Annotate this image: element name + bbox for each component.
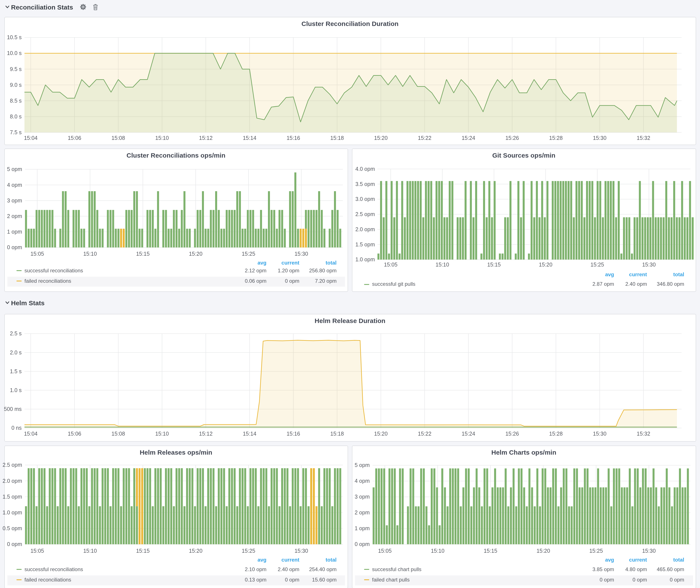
svg-text:15:20: 15:20 <box>189 251 202 257</box>
svg-text:2.0 opm: 2.0 opm <box>355 226 375 232</box>
svg-text:4 opm: 4 opm <box>7 182 22 188</box>
svg-text:15:10: 15:10 <box>435 262 449 268</box>
svg-text:3 opm: 3 opm <box>355 493 369 499</box>
svg-text:15:12: 15:12 <box>199 135 213 141</box>
svg-text:5 opm: 5 opm <box>355 462 369 468</box>
svg-text:15:04: 15:04 <box>24 431 37 437</box>
svg-text:2.0 s: 2.0 s <box>10 349 21 355</box>
svg-text:15:05: 15:05 <box>30 548 44 554</box>
svg-text:15:25: 15:25 <box>242 548 255 554</box>
svg-text:2.5 opm: 2.5 opm <box>2 462 22 468</box>
svg-text:15:14: 15:14 <box>243 135 256 141</box>
svg-text:15:30: 15:30 <box>642 262 656 268</box>
svg-text:1.0 opm: 1.0 opm <box>355 256 375 262</box>
svg-text:15:24: 15:24 <box>461 135 475 141</box>
svg-text:15:04: 15:04 <box>24 135 37 141</box>
svg-text:3.5 opm: 3.5 opm <box>355 181 375 187</box>
svg-text:2 opm: 2 opm <box>355 509 369 515</box>
svg-text:15:05: 15:05 <box>384 262 397 268</box>
svg-text:9.5 s: 9.5 s <box>10 66 21 72</box>
svg-text:15:16: 15:16 <box>286 135 300 141</box>
svg-text:0 opm: 0 opm <box>7 244 22 250</box>
svg-text:15:06: 15:06 <box>68 135 81 141</box>
svg-text:9.0 s: 9.0 s <box>10 82 21 88</box>
svg-text:15:10: 15:10 <box>155 135 169 141</box>
svg-text:2.5 s: 2.5 s <box>10 330 21 336</box>
svg-text:2.0 opm: 2.0 opm <box>2 478 22 484</box>
svg-text:15:26: 15:26 <box>505 135 519 141</box>
svg-text:3 opm: 3 opm <box>7 197 22 204</box>
svg-text:0 opm: 0 opm <box>7 541 22 547</box>
svg-text:2 opm: 2 opm <box>7 213 22 219</box>
svg-text:2.5 opm: 2.5 opm <box>355 211 375 217</box>
svg-text:15:20: 15:20 <box>536 548 550 554</box>
svg-text:15:12: 15:12 <box>199 431 213 437</box>
svg-text:0.5 opm: 0.5 opm <box>2 525 22 531</box>
svg-text:15:15: 15:15 <box>487 262 501 268</box>
svg-text:15:30: 15:30 <box>294 251 308 257</box>
svg-text:15:32: 15:32 <box>637 431 650 437</box>
svg-text:4.0 opm: 4.0 opm <box>355 166 375 172</box>
svg-text:1.5 opm: 1.5 opm <box>355 241 375 247</box>
svg-text:15:18: 15:18 <box>330 135 344 141</box>
svg-text:15:28: 15:28 <box>549 431 563 437</box>
svg-text:8.5 s: 8.5 s <box>10 98 21 104</box>
svg-text:15:20: 15:20 <box>189 548 202 554</box>
svg-text:15:25: 15:25 <box>590 262 604 268</box>
svg-text:15:10: 15:10 <box>431 548 444 554</box>
svg-text:15:16: 15:16 <box>286 431 300 437</box>
svg-text:1.5 opm: 1.5 opm <box>2 493 22 499</box>
svg-text:15:30: 15:30 <box>593 431 606 437</box>
svg-text:15:15: 15:15 <box>136 251 150 257</box>
svg-text:15:25: 15:25 <box>589 548 603 554</box>
svg-text:15:15: 15:15 <box>484 548 497 554</box>
svg-text:15:10: 15:10 <box>83 548 97 554</box>
svg-text:15:18: 15:18 <box>330 431 344 437</box>
svg-text:15:15: 15:15 <box>136 548 150 554</box>
svg-text:4 opm: 4 opm <box>355 478 369 484</box>
svg-text:1 opm: 1 opm <box>7 229 22 235</box>
svg-text:1.0 opm: 1.0 opm <box>2 509 22 515</box>
svg-text:1.0 s: 1.0 s <box>10 387 21 393</box>
svg-text:0 opm: 0 opm <box>355 541 369 547</box>
svg-text:15:32: 15:32 <box>637 135 650 141</box>
svg-text:5 opm: 5 opm <box>7 166 22 172</box>
svg-text:15:06: 15:06 <box>68 431 81 437</box>
svg-text:15:08: 15:08 <box>111 431 125 437</box>
svg-text:3.0 opm: 3.0 opm <box>355 196 375 202</box>
svg-text:15:20: 15:20 <box>374 135 387 141</box>
svg-text:15:05: 15:05 <box>30 251 44 257</box>
svg-text:15:25: 15:25 <box>242 251 255 257</box>
svg-text:10.0 s: 10.0 s <box>7 50 21 56</box>
svg-text:15:20: 15:20 <box>539 262 552 268</box>
svg-text:15:26: 15:26 <box>505 431 519 437</box>
svg-text:15:22: 15:22 <box>418 431 431 437</box>
svg-text:15:24: 15:24 <box>461 431 475 437</box>
svg-text:15:30: 15:30 <box>294 548 308 554</box>
svg-text:1 opm: 1 opm <box>355 525 369 531</box>
svg-text:8.0 s: 8.0 s <box>10 113 21 120</box>
svg-text:15:10: 15:10 <box>155 431 169 437</box>
svg-text:15:05: 15:05 <box>378 548 392 554</box>
svg-text:15:28: 15:28 <box>549 135 563 141</box>
svg-text:7.5 s: 7.5 s <box>10 129 21 135</box>
svg-text:500 ms: 500 ms <box>4 406 21 412</box>
svg-text:15:20: 15:20 <box>374 431 387 437</box>
svg-text:0 ns: 0 ns <box>11 425 21 431</box>
svg-text:15:14: 15:14 <box>243 431 256 437</box>
svg-text:15:30: 15:30 <box>642 548 656 554</box>
svg-text:1.5 s: 1.5 s <box>10 368 21 374</box>
svg-text:15:10: 15:10 <box>83 251 97 257</box>
svg-text:15:30: 15:30 <box>593 135 606 141</box>
svg-text:15:08: 15:08 <box>111 135 125 141</box>
svg-text:15:22: 15:22 <box>418 135 431 141</box>
svg-text:10.5 s: 10.5 s <box>7 34 21 40</box>
